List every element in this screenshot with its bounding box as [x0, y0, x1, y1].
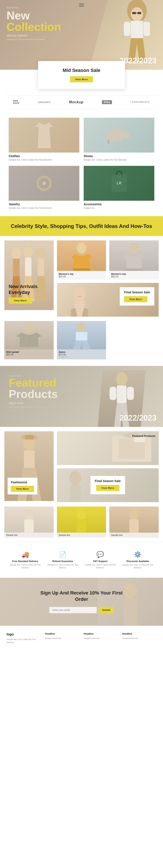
footer-col-1-title: Headline — [45, 632, 80, 635]
footer-col-2-text: Sample footer text — [84, 637, 118, 640]
lower-final-sale-btn[interactable]: View More — [96, 485, 119, 491]
svg-point-1 — [131, 7, 143, 21]
promo-view-more-button[interactable]: View More — [70, 76, 93, 82]
final-season-sale-card: Final Season Sale View More — [57, 283, 159, 317]
jeans-card[interactable]: Jeans $70.00 Image from ... — [57, 321, 106, 359]
new-arrivals-btn[interactable]: View More — [9, 298, 32, 304]
new-arrivals-overlay: New Arrivals Everyday View More — [9, 284, 54, 304]
category-clothes[interactable]: Clothes Sample text. Click to select the… — [9, 118, 79, 161]
product-price-2: $80.00 — [111, 275, 157, 278]
hero-title-new: New — [6, 10, 61, 21]
hero-title-collection: Collection — [6, 21, 61, 32]
svg-point-47 — [124, 583, 137, 599]
footer-brand-col: logo Sample text. Up to select the Text … — [6, 632, 41, 644]
products-section: New Arrivals Everyday View More Women's … — [0, 236, 163, 321]
shirt-jacket-name: Shirt jacket — [6, 351, 52, 353]
product-card-womens-top-1[interactable]: Women's top $50.00 — [57, 240, 106, 280]
newsletter-email-input[interactable] — [49, 607, 97, 614]
brand-organic: ORGANIC — [38, 101, 51, 103]
svg-rect-31 — [25, 435, 34, 439]
svg-rect-12 — [13, 259, 19, 276]
svg-point-25 — [116, 372, 127, 386]
svg-point-39 — [69, 471, 81, 485]
svg-rect-46 — [129, 519, 139, 532]
category-accessories-name: Accessories — [84, 203, 154, 206]
brand-lornaments: LORNAMENTS — [130, 101, 150, 103]
newsletter-form: Submit — [38, 607, 125, 614]
final-sale-overlay: Final Season Sale View More — [120, 287, 154, 306]
accessories-image: LR — [84, 166, 154, 201]
featured-products-label: Featured Products — [132, 435, 155, 438]
small-product-2[interactable]: Sample text — [57, 506, 106, 538]
svg-rect-26 — [117, 385, 126, 403]
jewelry-svg — [35, 175, 53, 192]
footer: logo Sample text. Up to select the Text … — [0, 626, 163, 648]
final-sale-btn[interactable]: View More — [124, 296, 147, 302]
refund-icon: 📄 — [47, 551, 78, 558]
featured-products-label-container: Featured Products — [132, 435, 155, 438]
categories-grid: Clothes Sample text. Click to select the… — [9, 118, 154, 210]
fashionist-card: Fashionist View More — [4, 431, 54, 501]
discounts-icon: ⚙️ — [122, 551, 154, 558]
small-product-svg-2 — [57, 506, 106, 533]
svg-point-13 — [24, 247, 33, 258]
hamburger-menu[interactable] — [79, 3, 84, 7]
shirt-jacket-card[interactable]: Shirt jacket $60.00 — [4, 321, 54, 359]
feature-delivery-desc: Sample text. Click to select the Text El… — [10, 563, 41, 569]
category-jewelry-name: Jewelry — [9, 203, 79, 206]
lower-final-sale-overlay: Final Season Sale View More — [90, 476, 125, 494]
promo-card: Mid Season Sale View More — [38, 61, 125, 89]
small-product-image-1 — [4, 506, 54, 533]
small-product-1[interactable]: Sample text — [4, 506, 54, 538]
shirt-jacket-svg — [4, 321, 54, 349]
product-img-orange — [57, 240, 106, 271]
featured-products-upper: Featured Products — [57, 431, 159, 465]
svg-point-23 — [77, 322, 86, 332]
delivery-icon: 🚚 — [10, 551, 41, 558]
hero-section: Stylist tips New Collection Woman fashio… — [0, 0, 163, 95]
empty-cell — [109, 321, 159, 359]
product-card-womens-top-2[interactable]: Women's top $80.00 — [109, 240, 159, 280]
feature-support: 💬 24/7 Support Sample text. Click to sel… — [81, 549, 119, 571]
feature-refund-title: Refund Guarantee — [47, 560, 78, 562]
womens-top-1-svg — [57, 240, 106, 271]
category-jewelry[interactable]: Jewelry Sample text. Click to select the… — [9, 166, 79, 210]
category-clothes-name: Clothes — [9, 154, 79, 158]
footer-col-3-text: Sample footer text — [122, 637, 157, 640]
feature-refund: 📄 Refund Guarantee Sample text. Click to… — [44, 549, 82, 571]
svg-point-45 — [129, 509, 139, 520]
category-accessories-desc: Image from ... — [84, 207, 154, 210]
fashionist-btn[interactable]: View More — [11, 486, 34, 492]
svg-point-43 — [77, 509, 86, 520]
newsletter-submit-button[interactable]: Submit — [99, 607, 114, 614]
footer-col-3: Headline Sample footer text — [122, 632, 157, 644]
category-shoes-desc: Sample text. Click to select the Text El… — [84, 158, 154, 161]
svg-rect-8 — [108, 140, 109, 144]
footer-col-1-text: Sample footer text — [45, 637, 80, 640]
svg-rect-44 — [77, 519, 86, 532]
shirt-jacket-info: Shirt jacket $60.00 — [4, 349, 54, 357]
small-product-info-3: Sample text — [109, 533, 159, 538]
yellow-banner: Celebrity Style, Shopping Tips, Outfit I… — [0, 216, 163, 236]
jeans-note: Image from ... — [59, 356, 105, 358]
small-product-3[interactable]: Sample text — [109, 506, 159, 538]
promo-card-title: Mid Season Sale — [47, 67, 116, 73]
product-image-2 — [109, 240, 159, 271]
category-accessories[interactable]: LR Accessories Image from ... — [84, 166, 154, 210]
svg-rect-48 — [123, 598, 137, 626]
svg-rect-3 — [137, 12, 141, 14]
small-product-svg-3 — [109, 506, 159, 533]
svg-point-10 — [42, 182, 46, 185]
yellow-banner-text: Celebrity Style, Shopping Tips, Outfit I… — [9, 223, 154, 229]
newsletter-title: Sign Up And Receive 10% Your First Order — [38, 590, 125, 602]
featured-hero-section: Stylist tips Featured Products Play it C… — [0, 366, 163, 427]
svg-rect-32 — [24, 451, 35, 468]
hero-description: Sample text. Click to select the Text El… — [6, 38, 50, 41]
svg-rect-2 — [132, 12, 136, 14]
final-sale-title: Final Season Sale — [124, 290, 150, 294]
feature-delivery-title: Free Standard Delivery — [10, 560, 41, 562]
category-shoes[interactable]: Shoes Sample text. Click to select the T… — [84, 118, 154, 161]
svg-rect-40 — [70, 485, 81, 502]
product-name-2: Women's top — [111, 273, 157, 275]
featured-description: Sample text. Click to select the Text El… — [9, 406, 48, 408]
